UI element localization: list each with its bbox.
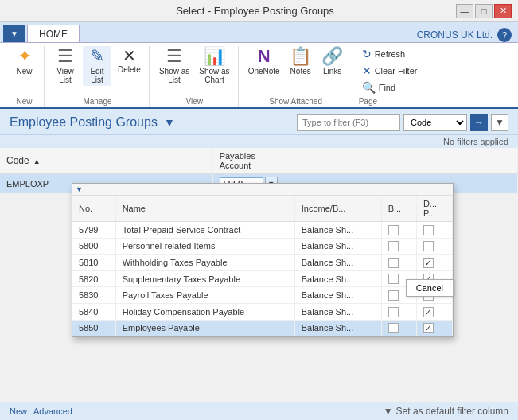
- filter-more-button[interactable]: ▼: [491, 114, 508, 131]
- checkbox-b: [388, 274, 399, 284]
- popup-cell-d: [416, 303, 452, 320]
- new-button[interactable]: ✦ New: [10, 46, 39, 77]
- ribbon-group-view-label: View: [186, 95, 204, 106]
- popup-cell-no: 5830: [72, 287, 115, 304]
- popup-cell-b: [381, 222, 416, 239]
- no-filters-label: No filters applied: [0, 135, 518, 148]
- bottom-advanced-button[interactable]: Advanced: [33, 406, 72, 416]
- ribbon-group-attached-label: Show Attached: [269, 95, 322, 106]
- maximize-button[interactable]: □: [475, 4, 493, 18]
- popup-row[interactable]: 5810 Withholding Taxes Payable Balance S…: [72, 255, 453, 271]
- links-button[interactable]: 🔗 Links: [318, 46, 347, 77]
- show-as-chart-button[interactable]: 📊 Show as Chart: [196, 46, 232, 86]
- popup-cell-income: Balance Sh...: [294, 238, 381, 255]
- clear-filter-button[interactable]: ✕ Clear Filter: [359, 63, 421, 79]
- edit-list-icon: ✎: [90, 48, 104, 65]
- popup-table-header: No. Name Income/B... B... D...P...: [72, 196, 453, 222]
- show-as-chart-label: Show as: [199, 67, 229, 76]
- popup-cell-name: Supplementary Taxes Payable: [115, 270, 294, 287]
- refresh-icon: ↻: [362, 48, 372, 60]
- delete-label: Delete: [118, 65, 141, 74]
- popup-cell-d: [416, 238, 452, 255]
- tab-home[interactable]: HOME: [27, 25, 80, 42]
- delete-button[interactable]: ✕ Delete: [115, 46, 144, 76]
- window-controls: — □ ✕: [456, 4, 512, 18]
- page-title-dropdown[interactable]: ▼: [164, 116, 175, 129]
- notes-icon: 📋: [290, 48, 311, 65]
- ribbon-manage-items: ☰ View List ✎ Edit List ✕ Delete: [51, 46, 144, 88]
- popup-scroll[interactable]: No. Name Income/B... B... D...P... 5799 …: [72, 196, 453, 336]
- filter-area: Code Name → ▼: [297, 114, 508, 131]
- popup-cell-no: 5810: [72, 255, 115, 271]
- popup-sort-icon: ▼: [76, 185, 83, 193]
- show-as-list-button[interactable]: ☰ Show as List: [156, 46, 193, 86]
- popup-cell-no: 5840: [72, 303, 115, 320]
- popup-table-body: 5799 Total Prepaid Service Contract Bala…: [72, 222, 453, 336]
- popup-row[interactable]: 5830 Payroll Taxes Payable Balance Sh...: [72, 287, 453, 304]
- bottom-new-button[interactable]: New: [10, 406, 27, 416]
- links-label: Links: [323, 67, 341, 76]
- popup-cell-b: [381, 303, 416, 320]
- onenote-button[interactable]: N OneNote: [245, 46, 283, 77]
- help-button[interactable]: ?: [497, 28, 512, 42]
- popup-cell-income: Balance Sh...: [294, 270, 381, 287]
- checkbox-b: [388, 323, 399, 333]
- popup-cell-b: [381, 255, 416, 271]
- minimize-button[interactable]: —: [456, 4, 473, 18]
- filter-field-select[interactable]: Code Name: [403, 114, 467, 131]
- main-table-header-row: Code ▲ PayablesAccount: [0, 148, 518, 174]
- clear-filter-icon: ✕: [362, 64, 372, 77]
- popup-row-selected[interactable]: 5850 Employees Payable Balance Sh...: [72, 320, 453, 336]
- show-as-chart-icon: 📊: [204, 48, 225, 65]
- col-payables: PayablesAccount: [212, 148, 517, 174]
- popup-header: ▼: [72, 184, 453, 196]
- company-area: CRONUS UK Ltd. ?: [417, 28, 518, 42]
- popup-col-no: No.: [72, 196, 115, 222]
- checkbox-d-checked: [423, 258, 434, 268]
- refresh-button[interactable]: ↻ Refresh: [359, 46, 421, 62]
- notes-button[interactable]: 📋 Notes: [286, 46, 315, 77]
- clear-filter-label: Clear Filter: [375, 66, 418, 76]
- onenote-label: OneNote: [248, 67, 280, 76]
- title-bar: Select - Employee Posting Groups — □ ✕: [0, 0, 518, 22]
- popup-row[interactable]: 5799 Total Prepaid Service Contract Bala…: [72, 222, 453, 239]
- ribbon-group-view: ☰ Show as List 📊 Show as Chart View: [151, 46, 239, 107]
- edit-list-label2: List: [91, 76, 103, 84]
- page-title: Employee Posting Groups: [10, 115, 158, 130]
- checkbox-b: [388, 307, 399, 317]
- tab-row: ▼ HOME CRONUS UK Ltd. ?: [0, 22, 518, 43]
- ribbon-group-new: ✦ New New: [5, 46, 45, 107]
- popup-col-income: Income/B...: [294, 196, 381, 222]
- content-area: Employee Posting Groups ▼ Code Name → ▼ …: [0, 109, 518, 194]
- links-icon: 🔗: [321, 48, 343, 65]
- popup-cell-name: Withholding Taxes Payable: [115, 255, 294, 271]
- popup-overlay: ▼ No. Name Income/B... B... D...P...: [72, 183, 454, 337]
- checkbox-d-checked: [423, 307, 434, 317]
- checkbox-b: [388, 225, 399, 235]
- sort-code-icon: ▲: [33, 158, 41, 165]
- view-list-label2: List: [59, 76, 72, 84]
- find-label: Find: [379, 83, 395, 92]
- popup-cell-no: 5850: [72, 320, 115, 336]
- close-button[interactable]: ✕: [494, 4, 512, 18]
- popup-row[interactable]: 5820 Supplementary Taxes Payable Balance…: [72, 270, 453, 287]
- popup-row[interactable]: 5840 Holiday Compensation Payable Balanc…: [72, 303, 453, 320]
- popup-cell-name: Holiday Compensation Payable: [115, 303, 294, 320]
- filter-funnel-icon: ▼: [384, 406, 393, 417]
- filter-input[interactable]: [297, 114, 400, 131]
- filter-go-button[interactable]: →: [470, 114, 488, 131]
- popup-cell-name: Employees Payable: [115, 320, 294, 336]
- ribbon-page-items: ↻ Refresh ✕ Clear Filter 🔍 Find: [359, 46, 421, 95]
- ribbon-view-items: ☰ Show as List 📊 Show as Chart: [156, 46, 233, 88]
- popup-table: No. Name Income/B... B... D...P... 5799 …: [72, 196, 453, 336]
- cancel-button[interactable]: Cancel: [406, 279, 454, 297]
- popup-cell-name: Total Prepaid Service Contract: [115, 222, 294, 239]
- popup-cell-d: [416, 222, 452, 239]
- edit-list-button[interactable]: ✎ Edit List: [83, 46, 111, 86]
- popup-row[interactable]: 5800 Personnel-related Items Balance Sh.…: [72, 238, 453, 255]
- find-button[interactable]: 🔍 Find: [359, 80, 421, 95]
- checkbox-d-checked: [423, 323, 434, 333]
- tab-dropdown[interactable]: ▼: [3, 25, 25, 42]
- popup-cell-name: Personnel-related Items: [115, 238, 294, 255]
- view-list-button[interactable]: ☰ View List: [51, 46, 80, 86]
